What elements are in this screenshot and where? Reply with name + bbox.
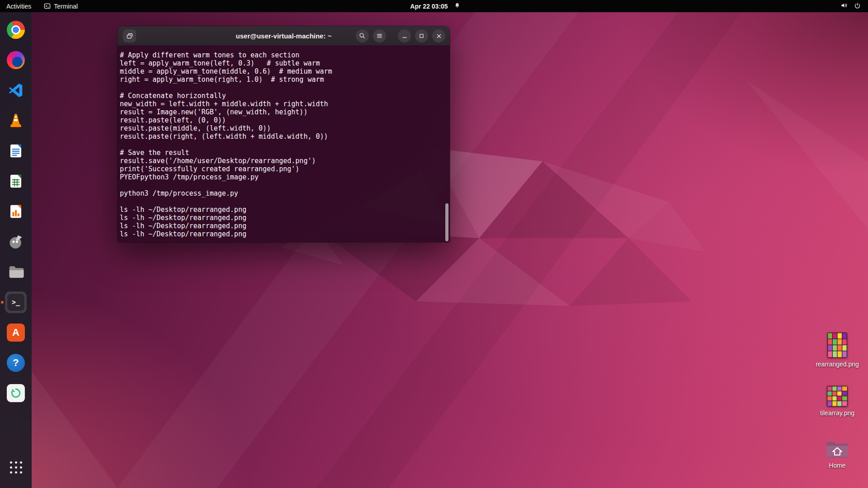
activities-button[interactable]: Activities [0,0,38,12]
terminal-scrollbar[interactable] [445,203,448,241]
terminal-line [120,181,445,189]
dock-item-libreoffice-impress[interactable] [5,201,27,222]
terminal-line: # Concatenate horizontally [120,92,445,100]
terminal-line: result.paste(right, (left.width + middle… [120,132,445,141]
terminal-line [120,141,445,149]
dock-item-files[interactable] [5,261,27,283]
libreoffice-impress-icon [7,202,25,221]
dock-item-software-updater[interactable] [5,382,27,404]
show-applications-button[interactable] [5,456,27,478]
desktop-folder-label: Home [829,462,845,469]
terminal-window: user@user-virtual-machine: ~ [118,26,450,242]
terminal-line: result.save('/home/user/Desktop/rearrang… [120,157,445,165]
terminal-line: result.paste(left, (0, 0)) [120,116,445,124]
desktop-home-folder[interactable]: Home [812,439,862,469]
rearranged-thumbnail-icon [827,333,847,358]
vscode-icon [7,81,25,99]
terminal-line: # Save the result [120,149,445,157]
vlc-icon [7,112,25,130]
desktop-file-label: rearranged.png [816,361,859,368]
terminal-line: middle = apply_warm_tone(middle, 0.6) # … [120,67,445,75]
dock-item-vlc[interactable] [5,110,27,131]
maximize-button[interactable] [415,29,428,42]
close-button[interactable] [432,29,445,42]
terminal-title: user@user-virtual-machine: ~ [236,32,332,40]
dock-item-ubuntu-software[interactable]: A [5,322,27,343]
titlebar-separator [390,29,394,42]
minimize-button[interactable] [398,29,411,42]
dock-item-libreoffice-calc[interactable] [5,170,27,192]
terminal-line: ls -lh ~/Desktop/rearranged.png [120,206,445,214]
desktop-screen: Activities Terminal Apr 22 03:05 [0,0,868,488]
dock-item-gimp[interactable] [5,231,27,253]
terminal-line: PYEOFpython3 /tmp/process_image.py [120,173,445,181]
terminal-viewport[interactable]: # Apply different warm tones to each sec… [118,46,450,242]
terminal-icon: >_ [7,293,25,311]
clock-button[interactable]: Apr 22 03:05 [407,0,450,12]
dock-item-vscode[interactable] [5,80,27,101]
terminal-titlebar[interactable]: user@user-virtual-machine: ~ [118,26,450,46]
terminal-line: print('Successfully created rearranged.p… [120,165,445,173]
ubuntu-software-icon: A [7,324,25,342]
app-grid-icon [10,461,22,474]
software-updater-icon [7,384,25,402]
terminal-line: python3 /tmp/process_image.py [120,189,445,197]
terminal-line: left = apply_warm_tone(left, 0.3) # subt… [120,59,445,67]
search-button[interactable] [356,29,369,42]
terminal-line: ls -lh ~/Desktop/rearranged.png [120,214,445,222]
power-icon [854,2,861,10]
dock-item-libreoffice-writer[interactable] [5,140,27,162]
notification-bell-icon [454,2,461,10]
dock: >_ A ? [0,12,32,488]
menu-button[interactable] [373,29,386,42]
new-tab-button[interactable] [123,29,136,42]
dock-item-terminal[interactable]: >_ [5,291,27,313]
terminal-output: # Apply different warm tones to each sec… [120,51,445,238]
tilearray-thumbnail-icon [827,386,848,407]
libreoffice-writer-icon [7,142,25,160]
terminal-line: result = Image.new('RGB', (new_width, he… [120,108,445,116]
gimp-icon [7,233,25,251]
focused-app-menu[interactable]: Terminal [38,0,84,12]
top-bar: Activities Terminal Apr 22 03:05 [0,0,868,12]
chrome-icon [7,21,25,39]
files-icon [7,263,25,281]
terminal-line: # Apply different warm tones to each sec… [120,51,445,59]
desktop-file-rearranged[interactable]: rearranged.png [812,333,862,368]
terminal-line [120,197,445,206]
terminal-small-icon [44,3,51,9]
system-tray[interactable] [833,0,868,12]
terminal-line [120,84,445,92]
terminal-line: new_width = left.width + middle.width + … [120,100,445,108]
terminal-line: result.paste(middle, (left.width, 0)) [120,124,445,132]
volume-icon [840,2,848,10]
dock-item-help[interactable]: ? [5,352,27,374]
home-folder-icon [826,439,849,459]
libreoffice-calc-icon [7,172,25,190]
help-icon: ? [7,354,25,372]
firefox-icon [7,51,25,69]
clock-label: Apr 22 03:05 [410,3,448,10]
terminal-line: ls -lh ~/Desktop/rearranged.png [120,222,445,230]
dock-item-firefox[interactable] [5,49,27,71]
desktop-file-tilearray[interactable]: tilearray.png [812,386,862,417]
dock-item-chrome[interactable] [5,19,27,41]
terminal-line: right = apply_warm_tone(right, 1.0) # st… [120,75,445,84]
desktop-file-label: tilearray.png [820,409,854,417]
terminal-line: ls -lh ~/Desktop/rearranged.png [120,230,445,238]
focused-app-label: Terminal [54,3,78,10]
